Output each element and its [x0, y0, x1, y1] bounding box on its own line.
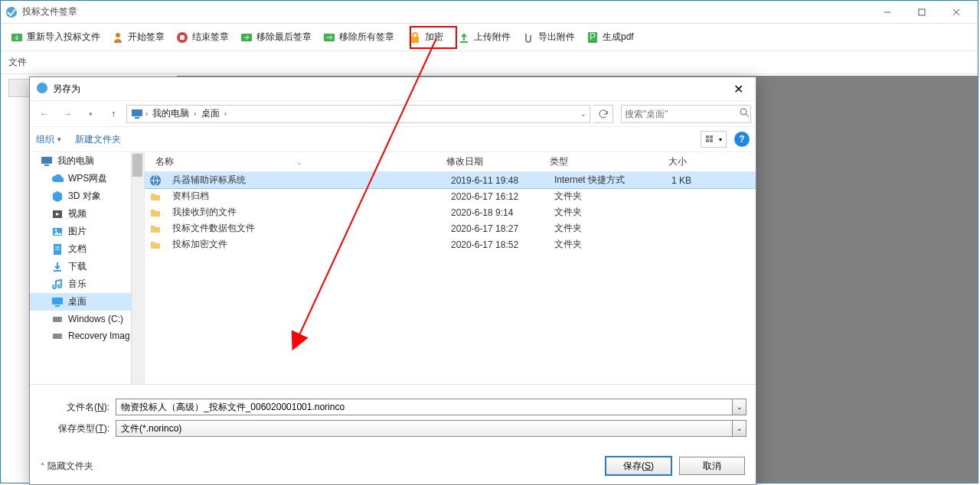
maximize-button[interactable] — [904, 2, 939, 23]
filename-label: 文件名(N): — [39, 401, 116, 414]
file-label: 文件 — [1, 51, 978, 74]
chevron-right-icon: › — [224, 109, 227, 118]
filetype-dropdown[interactable]: ⌄ — [733, 420, 746, 437]
dialog-title: 另存为 — [53, 83, 80, 96]
tree-item[interactable]: 3D 对象 — [30, 187, 144, 205]
tree-item[interactable]: 视频 — [30, 205, 144, 223]
refresh-button[interactable] — [593, 105, 613, 123]
video-icon — [51, 208, 64, 220]
upload-label: 上传附件 — [474, 31, 511, 44]
search-box[interactable] — [621, 105, 751, 123]
gen-pdf-button[interactable]: P生成pdf — [581, 28, 639, 47]
tree-item[interactable]: Recovery Imag — [30, 327, 144, 344]
start-sign-label: 开始签章 — [128, 31, 165, 44]
encrypt-button[interactable]: 加密 — [400, 28, 451, 47]
tree-item[interactable]: 桌面 — [30, 293, 144, 311]
remove-all-button[interactable]: 移除所有签章 — [318, 28, 399, 47]
svg-point-18 — [740, 109, 746, 115]
dialog-close-button[interactable]: ✕ — [727, 80, 750, 98]
start-sign-button[interactable]: 开始签章 — [106, 28, 169, 47]
tree-item[interactable]: Windows (C:) — [30, 311, 144, 327]
filename-dropdown[interactable]: ⌄ — [733, 399, 746, 415]
tree-item-label: WPS网盘 — [68, 172, 107, 185]
file-list[interactable]: 兵器辅助评标系统2019-6-11 19:48Internet 快捷方式1 KB… — [145, 172, 756, 384]
help-button[interactable]: ? — [734, 132, 750, 147]
clip-icon — [521, 31, 535, 44]
tree-scrollbar[interactable] — [131, 152, 144, 384]
encrypt-label: 加密 — [425, 31, 443, 44]
nav-back-button[interactable]: ← — [34, 104, 54, 124]
export-label: 导出附件 — [538, 31, 575, 44]
svg-rect-20 — [706, 135, 709, 138]
col-date[interactable]: 修改日期 — [440, 155, 544, 168]
tree-item-label: 图片 — [68, 225, 87, 238]
export-button[interactable]: 导出附件 — [517, 28, 580, 47]
nav-forward-button[interactable]: → — [57, 104, 77, 124]
file-date: 2020-6-18 9:14 — [445, 207, 548, 218]
minimize-button[interactable] — [870, 2, 904, 23]
file-row[interactable]: 投标加密文件2020-6-17 18:52文件夹 — [145, 236, 756, 252]
svg-rect-25 — [44, 164, 49, 166]
col-size[interactable]: 大小 — [639, 155, 693, 168]
nav-tree[interactable]: 我的电脑WPS网盘3D 对象视频图片文档下载音乐桌面Windows (C:)Re… — [30, 152, 145, 384]
app-titlebar: 投标文件签章 — [1, 1, 978, 24]
tree-item-label: 文档 — [68, 242, 87, 256]
drive-icon — [51, 313, 64, 325]
svg-text:P: P — [590, 31, 596, 42]
reimport-button[interactable]: 重新导入投标文件 — [5, 28, 105, 47]
svg-point-15 — [37, 83, 47, 93]
view-mode-button[interactable]: ▾ — [701, 131, 727, 148]
svg-rect-33 — [52, 298, 63, 304]
file-date: 2019-6-11 19:48 — [445, 175, 548, 186]
tree-item[interactable]: 音乐 — [30, 275, 144, 293]
cloud-icon — [51, 173, 64, 185]
tree-item-label: Windows (C:) — [68, 314, 123, 324]
chevron-down-icon: ▾ — [57, 135, 61, 143]
filename-input[interactable] — [116, 399, 733, 415]
cancel-button[interactable]: 取消 — [679, 457, 745, 475]
tree-item[interactable]: WPS网盘 — [30, 170, 144, 187]
nav-up-button[interactable]: ↑ — [103, 104, 123, 124]
file-type: 文件夹 — [548, 222, 644, 235]
dialog-titlebar[interactable]: 另存为 ✕ — [30, 77, 756, 100]
breadcrumb-dropdown[interactable]: ⌄ — [580, 110, 586, 118]
file-row[interactable]: 兵器辅助评标系统2019-6-11 19:48Internet 快捷方式1 KB — [145, 172, 756, 188]
search-input[interactable] — [625, 109, 740, 119]
col-name[interactable]: 名称⌄ — [149, 155, 440, 168]
dialog-body: 我的电脑WPS网盘3D 对象视频图片文档下载音乐桌面Windows (C:)Re… — [30, 152, 756, 384]
hide-folders-link[interactable]: ˄隐藏文件夹 — [41, 460, 93, 473]
file-name: 投标加密文件 — [166, 238, 445, 251]
tree-item[interactable]: 下载 — [30, 258, 144, 275]
filetype-select[interactable]: 文件(*.norinco) — [116, 420, 733, 437]
file-name: 投标文件数据包文件 — [166, 222, 445, 235]
tree-item[interactable]: 我的电脑 — [30, 152, 144, 170]
scrollbar-thumb[interactable] — [132, 154, 142, 177]
breadcrumb-seg-1[interactable]: 我的电脑 — [149, 107, 192, 120]
remove-last-icon — [240, 31, 253, 44]
col-type[interactable]: 类型 — [544, 155, 639, 168]
file-type: Internet 快捷方式 — [548, 174, 644, 187]
sort-indicator: ⌄ — [296, 158, 302, 166]
new-folder-button[interactable]: 新建文件夹 — [75, 133, 121, 146]
tree-item[interactable]: 图片 — [30, 223, 144, 240]
chevron-right-icon: › — [145, 109, 148, 118]
breadcrumb[interactable]: › 我的电脑 › 桌面 › ⌄ — [126, 105, 590, 123]
file-row[interactable]: 资料归档2020-6-17 16:12文件夹 — [145, 188, 756, 204]
nav-recent-button[interactable]: ▾ — [80, 104, 100, 124]
svg-line-19 — [746, 114, 749, 117]
desktop-icon — [51, 296, 64, 308]
svg-rect-24 — [41, 157, 52, 164]
breadcrumb-seg-2[interactable]: 桌面 — [198, 107, 223, 120]
chevron-down-icon: ⌄ — [737, 403, 743, 411]
file-name: 兵器辅助评标系统 — [166, 174, 445, 187]
upload-button[interactable]: 上传附件 — [452, 28, 515, 47]
close-button[interactable] — [939, 2, 973, 23]
organize-menu[interactable]: 组织▾ — [36, 133, 61, 146]
remove-last-button[interactable]: 移除最后签章 — [235, 28, 316, 47]
save-button[interactable]: 保存(S) — [606, 457, 671, 475]
file-row[interactable]: 我接收到的文件2020-6-18 9:14文件夹 — [145, 204, 756, 220]
end-sign-button[interactable]: 结束签章 — [171, 28, 234, 47]
tree-item-label: 我的电脑 — [57, 155, 94, 168]
tree-item[interactable]: 文档 — [30, 240, 144, 258]
file-row[interactable]: 投标文件数据包文件2020-6-17 18:27文件夹 — [145, 220, 756, 236]
